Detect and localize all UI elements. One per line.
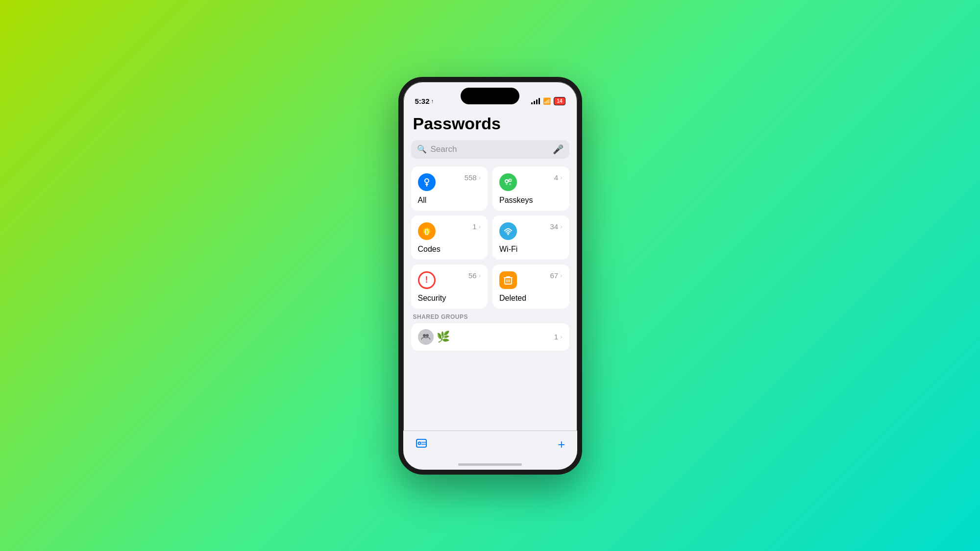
- card-top-deleted: 67 ›: [499, 271, 563, 289]
- card-top-all: 558 ›: [418, 173, 481, 191]
- status-icons: 📶 14: [531, 97, 565, 105]
- wifi-status-icon: 📶: [543, 97, 551, 105]
- clock: 5:32: [415, 97, 430, 105]
- deleted-count-value: 67: [550, 271, 558, 280]
- category-security[interactable]: ! 56 › Security: [411, 264, 488, 309]
- category-grid-row-1: 558 › All: [411, 167, 569, 211]
- codes-icon: {}: [418, 222, 436, 240]
- category-passkeys[interactable]: 4 › Passkeys: [492, 167, 569, 211]
- svg-point-1: [505, 180, 508, 183]
- wifi-icon: [499, 222, 517, 240]
- shared-icons: 🌿: [418, 329, 554, 345]
- card-top-security: ! 56 ›: [418, 271, 481, 289]
- battery-badge: 14: [554, 97, 565, 105]
- search-input[interactable]: Search: [431, 144, 549, 154]
- search-bar[interactable]: 🔍 Search 🎤: [411, 140, 569, 159]
- all-icon: [418, 173, 436, 191]
- dynamic-island: [461, 88, 519, 104]
- svg-text:{}: {}: [424, 228, 429, 235]
- deleted-chevron: ›: [560, 272, 562, 279]
- signal-bars: [531, 97, 540, 104]
- all-label: All: [418, 196, 481, 205]
- security-count-value: 56: [468, 271, 477, 280]
- svg-point-5: [509, 183, 511, 185]
- mic-icon[interactable]: 🎤: [553, 144, 564, 155]
- shared-count-value: 1: [554, 333, 558, 341]
- shared-groups-label: SHARED GROUPS: [413, 313, 567, 320]
- svg-point-16: [418, 442, 420, 444]
- add-button[interactable]: +: [558, 437, 565, 452]
- card-top-codes: {} 1 ›: [418, 222, 481, 240]
- passkeys-icon: [499, 173, 517, 191]
- screen-content: Passwords 🔍 Search 🎤 558: [403, 108, 577, 470]
- status-time: 5:32 ↑: [415, 97, 434, 105]
- category-all[interactable]: 558 › All: [411, 167, 488, 211]
- all-chevron: ›: [479, 174, 481, 181]
- location-arrow-icon: ↑: [431, 98, 434, 104]
- page-title: Passwords: [411, 114, 569, 133]
- category-wifi[interactable]: 34 › Wi-Fi: [492, 216, 569, 260]
- passkeys-label: Passkeys: [499, 196, 563, 205]
- shared-groups-card[interactable]: 🌿 1 ›: [411, 323, 569, 351]
- phone-shell: 5:32 ↑ 📶 14 Passwords 🔍 Search 🎤: [398, 77, 582, 475]
- svg-point-8: [508, 234, 509, 235]
- security-chevron: ›: [479, 272, 481, 279]
- passwords-icon-button[interactable]: [415, 437, 428, 450]
- passkeys-chevron: ›: [560, 174, 562, 181]
- search-icon: 🔍: [417, 144, 427, 154]
- shared-count: 1 ›: [554, 333, 563, 341]
- category-grid-row-3: ! 56 › Security: [411, 264, 569, 309]
- signal-bar-4: [539, 98, 540, 104]
- codes-count-value: 1: [472, 222, 476, 231]
- people-icon: [418, 329, 434, 345]
- shared-chevron: ›: [560, 333, 562, 340]
- card-top-wifi: 34 ›: [499, 222, 563, 240]
- wifi-chevron: ›: [560, 223, 562, 230]
- codes-label: Codes: [418, 245, 481, 254]
- category-codes[interactable]: {} 1 › Codes: [411, 216, 488, 260]
- security-icon: !: [418, 271, 436, 289]
- svg-point-0: [425, 179, 429, 183]
- svg-point-13: [423, 334, 426, 337]
- security-count: 56 ›: [468, 271, 481, 280]
- codes-chevron: ›: [479, 223, 481, 230]
- wifi-label: Wi-Fi: [499, 245, 563, 254]
- home-indicator: [458, 463, 522, 466]
- signal-bar-1: [531, 102, 533, 104]
- security-label: Security: [418, 294, 481, 303]
- svg-point-4: [506, 183, 508, 185]
- all-count: 558 ›: [465, 173, 481, 182]
- all-count-value: 558: [465, 173, 477, 182]
- deleted-label: Deleted: [499, 294, 563, 303]
- svg-point-14: [426, 334, 429, 337]
- passkeys-count: 4 ›: [554, 173, 563, 182]
- green-flower-icon: 🌿: [437, 331, 450, 343]
- wifi-count-value: 34: [550, 222, 558, 231]
- deleted-count: 67 ›: [550, 271, 562, 280]
- signal-bar-2: [534, 101, 535, 104]
- card-top-passkeys: 4 ›: [499, 173, 563, 191]
- wifi-count: 34 ›: [550, 222, 562, 231]
- category-deleted[interactable]: 67 › Deleted: [492, 264, 569, 309]
- category-grid-row-2: {} 1 › Codes: [411, 216, 569, 260]
- deleted-icon: [499, 271, 517, 289]
- passkeys-count-value: 4: [554, 173, 558, 182]
- signal-bar-3: [536, 99, 538, 104]
- codes-count: 1 ›: [472, 222, 481, 231]
